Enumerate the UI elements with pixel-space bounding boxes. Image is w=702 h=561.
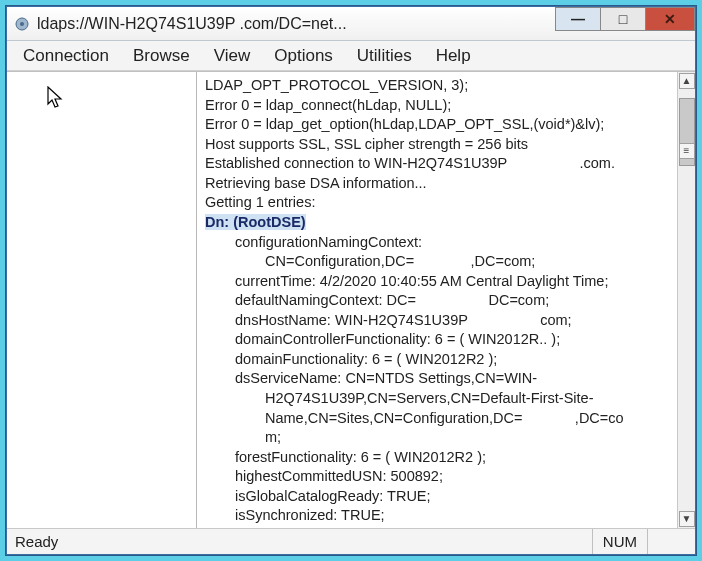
- output-log[interactable]: LDAP_OPT_PROTOCOL_VERSION, 3); Error 0 =…: [197, 72, 677, 528]
- mouse-cursor-icon: [47, 86, 65, 115]
- menu-browse[interactable]: Browse: [121, 44, 202, 68]
- app-icon: [13, 15, 31, 33]
- app-window: ldaps://WIN-H2Q74S1U39P .com/DC=net... —…: [6, 6, 696, 555]
- titlebar[interactable]: ldaps://WIN-H2Q74S1U39P .com/DC=net... —…: [7, 7, 695, 41]
- menu-view[interactable]: View: [202, 44, 263, 68]
- scroll-track[interactable]: ≡: [679, 90, 695, 510]
- vertical-scrollbar[interactable]: ▲ ≡ ▼: [677, 72, 695, 528]
- window-title: ldaps://WIN-H2Q74S1U39P .com/DC=net...: [37, 15, 556, 33]
- scroll-up-button[interactable]: ▲: [679, 73, 695, 89]
- status-empty: [647, 529, 687, 554]
- statusbar: Ready NUM: [7, 528, 695, 554]
- scroll-down-button[interactable]: ▼: [679, 511, 695, 527]
- svg-point-1: [20, 22, 24, 26]
- maximize-button[interactable]: □: [600, 7, 646, 31]
- menu-connection[interactable]: Connection: [11, 44, 121, 68]
- menu-help[interactable]: Help: [424, 44, 483, 68]
- main-pane: LDAP_OPT_PROTOCOL_VERSION, 3); Error 0 =…: [197, 72, 695, 528]
- menu-utilities[interactable]: Utilities: [345, 44, 424, 68]
- minimize-button[interactable]: —: [555, 7, 601, 31]
- scroll-menu-button[interactable]: ≡: [679, 143, 695, 159]
- menu-options[interactable]: Options: [262, 44, 345, 68]
- body: LDAP_OPT_PROTOCOL_VERSION, 3); Error 0 =…: [7, 71, 695, 528]
- menubar: Connection Browse View Options Utilities…: [7, 41, 695, 71]
- close-button[interactable]: ✕: [645, 7, 695, 31]
- status-num: NUM: [592, 529, 647, 554]
- window-controls: — □ ✕: [556, 7, 695, 40]
- status-text: Ready: [15, 533, 58, 550]
- tree-pane[interactable]: [7, 72, 197, 528]
